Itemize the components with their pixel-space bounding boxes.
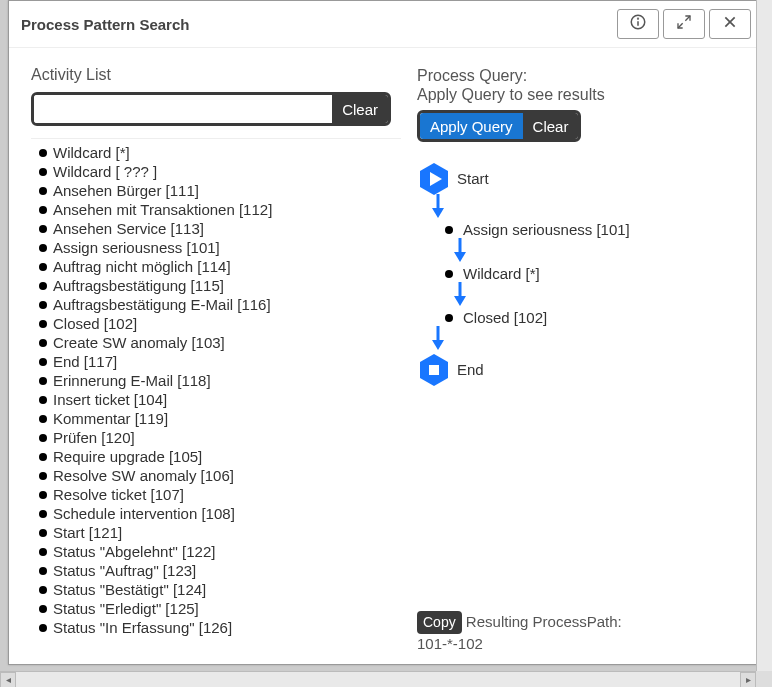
expand-icon	[676, 14, 692, 35]
activity-item[interactable]: Kommentar [119]	[35, 409, 399, 428]
activity-item[interactable]: Status "In Erfassung" [126]	[35, 618, 399, 637]
bullet-icon	[39, 187, 47, 195]
activity-item-label: Status "Bestätigt" [124]	[53, 581, 206, 598]
bullet-icon	[39, 434, 47, 442]
activity-item-label: Status "Erledigt" [125]	[53, 600, 199, 617]
activity-item[interactable]: Insert ticket [104]	[35, 390, 399, 409]
activity-item-label: Resolve SW anomaly [106]	[53, 467, 234, 484]
activity-item[interactable]: Wildcard [*]	[35, 143, 399, 162]
activity-item[interactable]: Schedule intervention [108]	[35, 504, 399, 523]
outer-vertical-scrollbar[interactable]	[756, 0, 772, 671]
activity-item[interactable]: Prüfen [120]	[35, 428, 399, 447]
activity-item[interactable]: Ansehen Bürger [111]	[35, 181, 399, 200]
activity-item[interactable]: Create SW anomaly [103]	[35, 333, 399, 352]
close-button[interactable]	[709, 9, 751, 39]
bullet-icon	[39, 453, 47, 461]
activity-item-label: Require upgrade [105]	[53, 448, 202, 465]
flow-step-label: Wildcard [*]	[463, 265, 540, 282]
expand-button[interactable]	[663, 9, 705, 39]
activity-item-label: Assign seriousness [101]	[53, 239, 220, 256]
activity-item-label: End [117]	[53, 353, 117, 370]
flow-step-node[interactable]: Assign seriousness [101]	[441, 221, 630, 238]
scroll-right-icon: ▸	[740, 672, 756, 688]
activity-item[interactable]: Closed [102]	[35, 314, 399, 333]
svg-point-2	[638, 18, 639, 19]
process-query-pane: Process Query: Apply Query to see result…	[417, 66, 753, 654]
activity-item[interactable]: Ansehen Service [113]	[35, 219, 399, 238]
bullet-icon	[39, 149, 47, 157]
bullet-icon	[445, 270, 453, 278]
activity-item[interactable]: Status "Abgelehnt" [122]	[35, 542, 399, 561]
activity-item[interactable]: Require upgrade [105]	[35, 447, 399, 466]
activity-item-label: Status "Abgelehnt" [122]	[53, 543, 215, 560]
activity-item[interactable]: Auftragsbestätigung E-Mail [116]	[35, 295, 399, 314]
dialog-header: Process Pattern Search	[9, 1, 763, 48]
svg-marker-10	[432, 208, 444, 218]
activity-item[interactable]: Ansehen mit Transaktionen [112]	[35, 200, 399, 219]
activity-search-clear-button[interactable]: Clear	[332, 95, 388, 123]
activity-item[interactable]: Start [121]	[35, 523, 399, 542]
bullet-icon	[39, 510, 47, 518]
activity-item-label: Erinnerung E-Mail [118]	[53, 372, 211, 389]
close-icon	[722, 14, 738, 35]
activity-search-row: Clear	[31, 92, 391, 126]
activity-item-label: Auftrag nicht möglich [114]	[53, 258, 231, 275]
bullet-icon	[39, 491, 47, 499]
activity-item[interactable]: Status "Bestätigt" [124]	[35, 580, 399, 599]
activity-item-label: Insert ticket [104]	[53, 391, 167, 408]
bullet-icon	[39, 586, 47, 594]
bullet-icon	[39, 225, 47, 233]
flow-end-node[interactable]: End	[419, 353, 484, 385]
activity-item[interactable]: Status "Erledigt" [125]	[35, 599, 399, 618]
activity-item[interactable]: Assign seriousness [101]	[35, 238, 399, 257]
bullet-icon	[39, 624, 47, 632]
bullet-icon	[445, 226, 453, 234]
bullet-icon	[39, 472, 47, 480]
activity-item[interactable]: Auftrag nicht möglich [114]	[35, 257, 399, 276]
process-flow-area[interactable]: Start Assign seriousness [101]Wildcard […	[417, 162, 753, 602]
activity-item[interactable]: Resolve SW anomaly [106]	[35, 466, 399, 485]
flow-step-node[interactable]: Wildcard [*]	[441, 265, 630, 282]
bullet-icon	[39, 339, 47, 347]
flow-step-node[interactable]: Closed [102]	[441, 309, 630, 326]
query-clear-button[interactable]: Clear	[523, 113, 579, 139]
bullet-icon	[39, 396, 47, 404]
bullet-icon	[39, 206, 47, 214]
result-row: Copy Resulting ProcessPath: 101-*-102	[417, 611, 753, 654]
result-value: 101-*-102	[417, 635, 483, 652]
bullet-icon	[39, 282, 47, 290]
activity-search-input[interactable]	[34, 95, 332, 123]
activity-item-label: Prüfen [120]	[53, 429, 135, 446]
activity-item-label: Ansehen mit Transaktionen [112]	[53, 201, 272, 218]
stop-hex-icon	[419, 353, 447, 385]
activity-item[interactable]: Wildcard [ ??? ]	[35, 162, 399, 181]
activity-item-label: Ansehen Service [113]	[53, 220, 204, 237]
bullet-icon	[39, 168, 47, 176]
bullet-icon	[39, 377, 47, 385]
activity-item-label: Kommentar [119]	[53, 410, 168, 427]
bullet-icon	[39, 263, 47, 271]
activity-item[interactable]: Resolve ticket [107]	[35, 485, 399, 504]
outer-horizontal-scrollbar[interactable]: ◂ ▸	[0, 671, 756, 687]
activity-list-heading: Activity List	[31, 66, 401, 84]
apply-query-button[interactable]: Apply Query	[420, 113, 523, 139]
activity-item[interactable]: Erinnerung E-Mail [118]	[35, 371, 399, 390]
activity-list[interactable]: Wildcard [*]Wildcard [ ??? ]Ansehen Bürg…	[31, 139, 401, 654]
process-query-heading-line2: Apply Query to see results	[417, 86, 605, 103]
activity-item-label: Create SW anomaly [103]	[53, 334, 225, 351]
activity-item-label: Status "In Erfassung" [126]	[53, 619, 232, 636]
scroll-corner	[756, 671, 772, 687]
svg-rect-18	[429, 365, 439, 375]
process-query-heading-line1: Process Query:	[417, 67, 527, 84]
flow-arrow-icon	[453, 238, 630, 265]
activity-item[interactable]: Auftragsbestätigung [115]	[35, 276, 399, 295]
copy-button[interactable]: Copy	[417, 611, 462, 634]
activity-item[interactable]: Status "Auftrag" [123]	[35, 561, 399, 580]
flow-start-node[interactable]: Start	[419, 162, 489, 194]
scroll-left-icon: ◂	[0, 672, 16, 688]
info-button[interactable]	[617, 9, 659, 39]
activity-item-label: Resolve ticket [107]	[53, 486, 184, 503]
bullet-icon	[39, 548, 47, 556]
activity-item[interactable]: End [117]	[35, 352, 399, 371]
process-pattern-search-dialog: Process Pattern Search	[8, 0, 764, 665]
